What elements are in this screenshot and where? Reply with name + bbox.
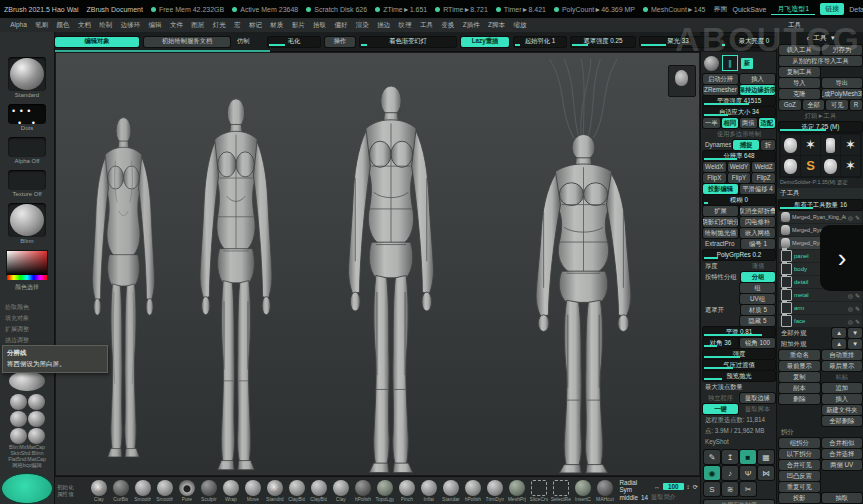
- panel-control[interactable]: 使用多边形绘制: [703, 129, 775, 139]
- quick-pick-tile[interactable]: [781, 135, 800, 155]
- subtool-item[interactable]: arm ◎ ✎: [779, 302, 862, 314]
- eye-icon[interactable]: ◎: [848, 318, 853, 325]
- tool-control[interactable]: 可见: [826, 100, 848, 110]
- panel-control[interactable]: 启动分辨: [703, 74, 738, 84]
- panel-control[interactable]: 折: [761, 140, 775, 150]
- panel-control[interactable]: 相同: [722, 118, 739, 128]
- subtool-op-button[interactable]: 组拆分: [779, 438, 820, 448]
- subtool-op-button[interactable]: 合并选择: [822, 449, 863, 459]
- model-figure-robot2[interactable]: [326, 83, 456, 475]
- panel-control[interactable]: 分辨率 648: [703, 151, 775, 161]
- panel-control[interactable]: 预览抛光: [703, 371, 775, 381]
- shelf-control[interactable]: 起始羽化 1: [514, 37, 566, 47]
- panel-control[interactable]: 提取脚本: [740, 404, 775, 414]
- subtool-op-button[interactable]: 粘贴: [822, 372, 863, 382]
- tool-control[interactable]: 载入工具: [779, 45, 820, 55]
- panel-control[interactable]: [703, 316, 738, 326]
- tool-control[interactable]: R: [850, 100, 862, 110]
- subtool-footer-control[interactable]: 全部外观: [779, 328, 830, 338]
- brush-preset[interactable]: Pinch: [396, 480, 417, 502]
- hue-strip[interactable]: [7, 275, 47, 280]
- sidebar-option[interactable]: 扩展调整: [5, 325, 54, 334]
- shelf-control[interactable]: 毛化: [268, 37, 320, 47]
- panel-control[interactable]: 保持边缘折痕: [740, 85, 775, 95]
- subtool-op-button[interactable]: 以下拆分: [779, 449, 820, 459]
- eye-icon[interactable]: ◎: [848, 214, 853, 221]
- panel-control[interactable]: 一键: [703, 404, 738, 414]
- brush-preset[interactable]: ClayBld: [286, 480, 307, 502]
- menu-item[interactable]: 拾取: [309, 21, 330, 30]
- subtool-op-button[interactable]: 新建文件夹: [822, 405, 863, 415]
- material-swatch[interactable]: [28, 428, 45, 444]
- spin-icon[interactable]: ⟳: [693, 483, 698, 490]
- panel-control[interactable]: 最大顶点数量: [703, 382, 775, 392]
- install-time-bar[interactable]: 使用安装时间: [704, 500, 774, 504]
- panel-control[interactable]: [703, 283, 738, 293]
- subtool-op-button[interactable]: 凹凸反置: [779, 471, 820, 481]
- panel-control[interactable]: 平滑 0.81: [703, 327, 775, 337]
- keyshot-icon-button[interactable]: ⋈: [758, 466, 774, 480]
- shelf-control[interactable]: 仿制: [235, 37, 263, 47]
- axis-horizontal-icon[interactable]: ↔: [654, 483, 660, 490]
- shelf-control[interactable]: Lazy重描: [461, 37, 509, 47]
- menu-item[interactable]: 边缘环: [117, 21, 145, 30]
- shelf-control[interactable]: 遮罩强度 0.25: [571, 37, 635, 47]
- model-figure-anatomy[interactable]: [76, 115, 171, 459]
- menu-item[interactable]: 绘制: [95, 21, 116, 30]
- tool-control[interactable]: 从别的程序导入工具: [779, 56, 862, 66]
- subtool-op-button[interactable]: [779, 416, 820, 426]
- panel-caret-icon[interactable]: ▾: [831, 34, 835, 42]
- menu-item[interactable]: 灯光: [209, 21, 230, 30]
- radial-sym-value-field[interactable]: 100: [663, 483, 684, 490]
- subtool-footer-control[interactable]: ▼: [848, 339, 862, 349]
- shelf-control[interactable]: 操作: [325, 37, 355, 47]
- project-name-field[interactable]: 月飞造型1: [771, 4, 815, 15]
- edit-icon[interactable]: ✎: [855, 292, 860, 299]
- brush-preset[interactable]: CurBis: [110, 480, 131, 502]
- subtool-op-button[interactable]: 最后显示: [822, 361, 863, 371]
- keyshot-icon-button[interactable]: Ψ: [740, 466, 756, 480]
- subtool-op-button[interactable]: 删除: [779, 394, 820, 404]
- shelf-control[interactable]: 聚光 33: [640, 37, 716, 47]
- panel-control[interactable]: FlipY: [728, 173, 751, 183]
- quick-pick-tile[interactable]: [801, 156, 820, 176]
- subtool-op-button[interactable]: 副本: [779, 383, 820, 393]
- subtool-op-button[interactable]: 抽取: [822, 493, 863, 503]
- panel-control[interactable]: ExtractPro: [703, 239, 739, 249]
- tool-control[interactable]: [822, 67, 863, 77]
- quick-pick-tile[interactable]: [821, 135, 840, 155]
- panel-control[interactable]: 捕捉: [733, 140, 759, 150]
- active-mesh-thumbnail[interactable]: [704, 56, 719, 71]
- menu-item[interactable]: 颜色: [52, 21, 73, 30]
- material-swatch[interactable]: [28, 394, 45, 410]
- subtool-op-button[interactable]: 追加: [822, 383, 863, 393]
- tool-palette-label[interactable]: 工具: [788, 21, 857, 30]
- tool-control[interactable]: 导出: [822, 78, 863, 88]
- pen-swatch-button[interactable]: ∥: [722, 55, 738, 71]
- new-chip-button[interactable]: 新: [741, 58, 753, 69]
- menu-item[interactable]: 文件: [166, 21, 187, 30]
- sidebar-option[interactable]: 拾取颜色: [5, 303, 54, 312]
- menu-item[interactable]: 渲染: [352, 21, 373, 30]
- brush-preset[interactable]: Move: [242, 480, 263, 502]
- panel-control[interactable]: 点: 3.9M / 21,962 MB: [703, 426, 775, 436]
- tool-control[interactable]: 导入: [779, 78, 820, 88]
- panel-control[interactable]: FlipX: [703, 173, 726, 183]
- panel-control[interactable]: 取消全部折叠: [740, 206, 775, 216]
- menu-item[interactable]: 图层: [187, 21, 208, 30]
- brush-preset[interactable]: TopoLgy: [374, 480, 395, 502]
- panel-control[interactable]: 适配: [759, 118, 776, 128]
- panel-control[interactable]: 扩展: [703, 206, 738, 216]
- middle-value[interactable]: 14: [641, 494, 648, 501]
- panel-control[interactable]: Dynamesh: [703, 140, 731, 150]
- menu-item[interactable]: 纹理: [394, 21, 415, 30]
- menu-item[interactable]: Alpha: [6, 21, 31, 30]
- subtool-item[interactable]: Merged_Ryan_King_Am_Angl ◎ ✎: [779, 211, 862, 223]
- panel-control[interactable]: 闪电修补: [740, 217, 775, 227]
- panel-control[interactable]: FlipZ: [752, 173, 775, 183]
- panel-control[interactable]: 远程重选点数: 11,814: [703, 415, 775, 425]
- extract-info-button[interactable]: 提取简介: [651, 493, 676, 502]
- subtool-section-header[interactable]: 子工具: [777, 188, 863, 199]
- tool-control[interactable]: 选定 7.25 (M): [779, 122, 862, 132]
- subtool-footer-control[interactable]: ▼: [848, 328, 862, 338]
